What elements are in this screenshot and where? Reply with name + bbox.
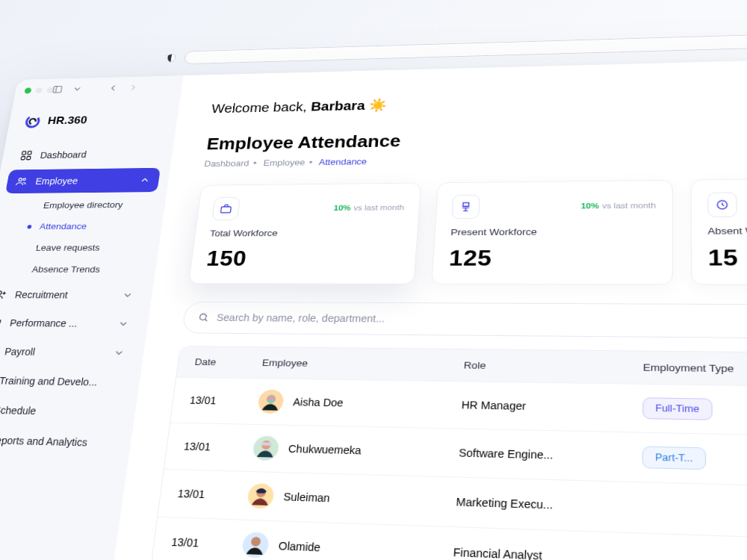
- cell-employee: Aisha Doe: [256, 389, 462, 418]
- svg-rect-27: [220, 207, 231, 213]
- search-input[interactable]: Search by name, role, department... ⌘ K: [182, 302, 747, 339]
- chevron-down-icon: [121, 290, 134, 301]
- traffic-dot[interactable]: [35, 87, 43, 93]
- sidebar-item-schedule[interactable]: Schedule: [0, 396, 127, 427]
- svg-point-3: [28, 118, 37, 125]
- stat-value: 15: [708, 244, 747, 271]
- avatar: [256, 389, 285, 414]
- sidebar-item-label: Reports and Analytics: [0, 435, 88, 449]
- cell-date: 13/01: [183, 441, 253, 454]
- sidebar-item-label: Payroll: [4, 346, 36, 357]
- welcome-text: Welcome back, Barbara ☀️: [211, 85, 747, 116]
- svg-rect-37: [267, 397, 276, 400]
- briefcase-icon: [211, 197, 240, 221]
- nav-back-icon[interactable]: [107, 83, 119, 93]
- nav-forward-icon[interactable]: [127, 83, 139, 93]
- stat-delta: 10%vs last month: [580, 201, 656, 210]
- svg-point-2: [25, 113, 41, 129]
- shield-icon: [165, 53, 177, 63]
- sidebar-item-label: Training and Develo...: [0, 375, 99, 388]
- sidebar-subitem-leave[interactable]: Leave requests: [13, 237, 150, 258]
- avatar: [241, 531, 270, 559]
- brand: HR.360: [15, 111, 169, 141]
- th-employee: Employee: [261, 358, 464, 371]
- th-role: Role: [463, 360, 642, 373]
- cell-employee: Suleiman: [246, 482, 456, 515]
- sidebar-item-payroll[interactable]: Payroll: [0, 338, 135, 367]
- avatar: [251, 435, 280, 461]
- employment-type-pill: Full-Time: [642, 397, 712, 420]
- cell-employee: Chukwuemeka: [251, 435, 459, 466]
- sidebar-item-dashboard[interactable]: Dashboard: [10, 142, 164, 168]
- stats-row: 10%vs last month Total Workforce 150 10%…: [188, 177, 747, 285]
- th-type: Employment Type: [643, 362, 747, 376]
- chart-icon: [0, 317, 3, 329]
- sidebar-item-label: Dashboard: [40, 149, 87, 160]
- chevron-down-icon: [117, 318, 130, 329]
- stat-card-absent-workforce: 10%vs last month Absent Workforce 15: [690, 177, 747, 285]
- stat-label: Present Workforce: [450, 226, 656, 237]
- attendance-table: Date Employee Role Employment Type 13/01…: [150, 346, 747, 560]
- stat-value: 150: [205, 246, 402, 271]
- cell-role: Software Engine...: [459, 447, 642, 464]
- sidebar-item-reports[interactable]: Reports and Analytics: [0, 426, 123, 457]
- cell-role: HR Manager: [461, 399, 642, 414]
- svg-rect-5: [28, 152, 31, 155]
- clock-alert-icon: [707, 192, 737, 217]
- sidebar-item-label: Schedule: [0, 405, 37, 417]
- stat-value: 125: [448, 245, 656, 271]
- table-toolbar: Search by name, role, department... ⌘ K …: [182, 302, 747, 340]
- cell-date: 13/01: [189, 394, 258, 407]
- cell-employee: Olamide: [241, 531, 454, 560]
- breadcrumb-item-current: Attendance: [318, 157, 367, 167]
- sidebar-subitem-directory[interactable]: Employee directory: [22, 194, 157, 215]
- svg-rect-7: [27, 156, 31, 159]
- sidebar-item-training[interactable]: Training and Develo...: [0, 367, 131, 396]
- svg-point-8: [19, 178, 22, 181]
- grid-icon: [19, 150, 34, 161]
- stat-label: Total Workforce: [209, 228, 403, 239]
- svg-point-10: [0, 291, 1, 294]
- breadcrumb-item[interactable]: Employee: [263, 158, 306, 168]
- sidebar-item-recruitment[interactable]: Recruitment: [0, 282, 144, 308]
- page-title: Employee Attendance: [205, 122, 747, 154]
- browser-urlbar[interactable]: [184, 28, 747, 64]
- breadcrumb-item[interactable]: Dashboard: [204, 158, 250, 169]
- sidebar-subitem-attendance[interactable]: Attendance: [17, 216, 153, 237]
- stat-card-present-workforce: 10%vs last month Present Workforce 125: [431, 180, 672, 285]
- user-plus-icon: [0, 289, 8, 301]
- chevron-down-icon[interactable]: [71, 84, 83, 94]
- cell-role: Financial Analyst: [453, 546, 642, 560]
- cell-role: Marketing Execu...: [456, 496, 642, 514]
- search-placeholder: Search by name, role, department...: [216, 312, 385, 324]
- stat-card-total-workforce: 10%vs last month Total Workforce 150: [188, 183, 421, 284]
- sidebar-subitem-trends[interactable]: Absence Trends: [10, 259, 147, 280]
- svg-rect-0: [53, 86, 62, 93]
- chevron-down-icon: [112, 347, 125, 358]
- svg-rect-6: [21, 157, 25, 160]
- app-window: HR.360 Dashboard Employee Employee direc…: [0, 55, 747, 560]
- sidebar-item-label: Employee: [34, 175, 78, 186]
- employment-type-pill: Part-T...: [642, 446, 706, 470]
- traffic-dot[interactable]: [24, 87, 31, 93]
- sidebar-item-employee[interactable]: Employee: [5, 168, 161, 193]
- svg-rect-40: [261, 442, 272, 446]
- th-date: Date: [194, 356, 263, 367]
- avatar: [246, 482, 275, 509]
- stat-delta: 10%vs last month: [333, 203, 404, 211]
- sidebar-item-label: Recruitment: [14, 290, 69, 301]
- sidebar-item-label: Performance ...: [9, 317, 78, 329]
- chair-icon: [452, 195, 481, 220]
- cell-date: 13/01: [171, 535, 243, 550]
- sidebar-sublist-employee: Employee directory Attendance Leave requ…: [0, 194, 157, 279]
- chevron-up-icon: [139, 175, 152, 185]
- sidebar-item-performance[interactable]: Performance ...: [0, 310, 140, 337]
- sidebar-toggle-icon[interactable]: [52, 84, 63, 94]
- brand-name: HR.360: [47, 114, 88, 127]
- window-traffic-lights: [24, 87, 54, 94]
- svg-line-31: [205, 320, 207, 321]
- main-content: Welcome back, Barbara ☀️ Employee Attend…: [94, 55, 747, 560]
- stat-label: Absent Workforce: [707, 225, 747, 237]
- svg-rect-4: [22, 152, 25, 155]
- svg-line-1: [55, 87, 57, 93]
